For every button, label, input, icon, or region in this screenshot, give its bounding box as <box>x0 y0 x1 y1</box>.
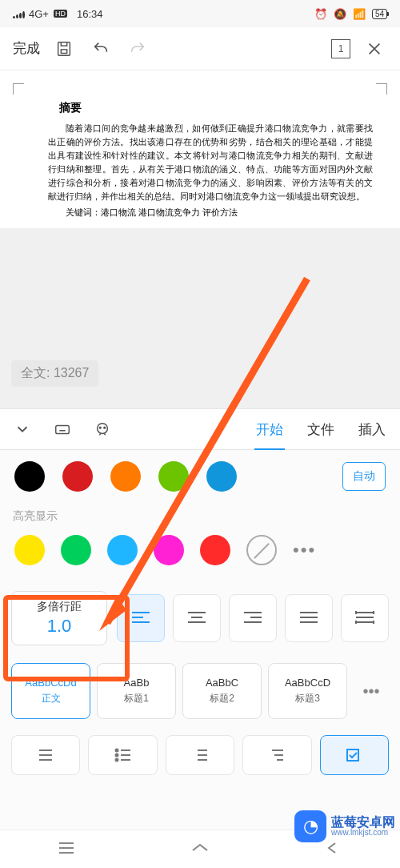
watermark: ◔ 蓝莓安卓网 www.lmkjst.com <box>294 810 395 842</box>
tab-insert[interactable]: 插入 <box>355 420 389 439</box>
style-body[interactable]: AaBbCcDd 正文 <box>11 663 90 719</box>
font-color-row: 自动 <box>10 458 390 504</box>
list-number[interactable] <box>166 735 234 775</box>
svg-point-4 <box>99 427 101 428</box>
mute-icon: 🔕 <box>334 8 346 20</box>
align-justify[interactable] <box>285 594 333 642</box>
list-none[interactable] <box>11 735 80 775</box>
highlight-row: ••• <box>10 532 390 581</box>
hl-red[interactable] <box>200 535 230 565</box>
keyboard-icon[interactable] <box>51 418 74 440</box>
word-count-badge: 全文: 13267 <box>11 360 98 387</box>
nav-back-icon[interactable] <box>323 841 344 858</box>
line-spacing-label: 多倍行距 <box>37 600 82 614</box>
style-h2[interactable]: AaBbC 标题2 <box>182 663 262 719</box>
status-bar: 4G+ HD 16:34 ⏰ 🔕 📶 54 <box>0 0 400 27</box>
style-more[interactable]: ••• <box>354 663 389 719</box>
color-green[interactable] <box>158 461 189 492</box>
line-spacing-value: 1.0 <box>47 616 72 637</box>
align-left[interactable] <box>117 594 165 642</box>
undo-button[interactable] <box>88 36 114 62</box>
doc-keywords: 关键词：港口物流 港口物流竞争力 评价方法 <box>16 207 384 219</box>
nav-home-icon[interactable] <box>190 841 210 858</box>
svg-rect-9 <box>347 749 358 761</box>
hl-green[interactable] <box>61 535 91 565</box>
line-spacing-button[interactable]: 多倍行距 1.0 <box>11 591 107 645</box>
battery-indicator: 54 <box>372 9 387 19</box>
highlight-section-label: 高亮显示 <box>13 509 390 524</box>
align-center[interactable] <box>173 594 221 642</box>
done-button[interactable]: 完成 <box>13 36 40 62</box>
hl-none[interactable] <box>246 535 277 565</box>
tab-file[interactable]: 文件 <box>304 420 338 439</box>
list-format-row <box>10 719 390 775</box>
signal-icon <box>13 10 26 18</box>
style-h3[interactable]: AaBbCcD 标题3 <box>268 663 347 719</box>
hl-cyan[interactable] <box>107 535 138 565</box>
list-multi[interactable] <box>242 735 311 775</box>
app-toolbar: 完成 1 <box>0 27 400 70</box>
wifi-icon: 📶 <box>353 8 366 20</box>
network-label: 4G+ <box>29 8 49 20</box>
assistant-icon[interactable] <box>91 418 114 440</box>
close-button[interactable] <box>362 36 387 62</box>
svg-point-5 <box>104 427 106 428</box>
redo-button[interactable] <box>125 36 150 62</box>
style-gallery: AaBbCcDd 正文 AaBb 标题1 AaBbC 标题2 AaBbCcD 标… <box>10 650 390 719</box>
document-canvas[interactable]: 摘要 随着港口间的竞争越来越激烈，如何做到正确提升港口物流竞争力，就需要找出正确… <box>0 70 400 228</box>
svg-point-7 <box>115 754 118 757</box>
clock: 16:34 <box>77 8 103 20</box>
align-distribute[interactable] <box>341 594 389 642</box>
style-h1[interactable]: AaBb 标题1 <box>97 663 176 719</box>
hl-more[interactable]: ••• <box>293 540 316 561</box>
svg-point-6 <box>115 749 118 752</box>
svg-rect-2 <box>56 425 70 433</box>
ribbon-tab-bar: 开始 文件 插入 <box>0 408 400 450</box>
nav-menu-icon[interactable] <box>56 841 77 858</box>
svg-rect-1 <box>61 49 66 53</box>
save-button[interactable] <box>51 36 77 62</box>
list-check[interactable] <box>320 735 389 775</box>
alarm-icon: ⏰ <box>314 8 327 20</box>
color-red[interactable] <box>62 461 93 492</box>
align-right[interactable] <box>229 594 277 642</box>
hl-yellow[interactable] <box>14 535 45 565</box>
watermark-icon: ◔ <box>294 810 326 842</box>
tab-start[interactable]: 开始 <box>253 420 286 439</box>
svg-point-3 <box>98 424 108 434</box>
auto-color-button[interactable]: 自动 <box>342 462 386 491</box>
list-bullet[interactable] <box>88 735 157 775</box>
collapse-icon[interactable] <box>11 418 34 440</box>
color-blue[interactable] <box>206 461 237 492</box>
page-indicator[interactable]: 1 <box>331 39 350 58</box>
doc-heading: 摘要 <box>59 101 384 115</box>
hl-magenta[interactable] <box>154 535 184 565</box>
svg-point-8 <box>115 759 118 762</box>
format-panel: 自动 高亮显示 ••• 多倍行距 1.0 AaBbCcDd 正文 AaBb <box>0 450 400 868</box>
color-black[interactable] <box>14 461 45 492</box>
hd-badge: HD <box>54 10 67 18</box>
color-orange[interactable] <box>110 461 141 492</box>
doc-paragraph: 随着港口间的竞争越来越激烈，如何做到正确提升港口物流竞争力，就需要找出正确的评价… <box>16 122 384 203</box>
